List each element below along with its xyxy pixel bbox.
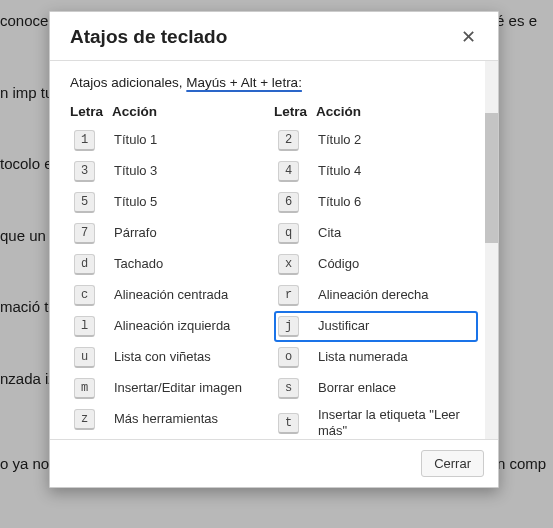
keyboard-key: 7 bbox=[74, 223, 95, 244]
key-cell: m bbox=[74, 378, 114, 399]
shortcut-row: xCódigo bbox=[274, 249, 478, 280]
shortcut-row: cAlineación centrada bbox=[70, 280, 274, 311]
keyboard-key: c bbox=[74, 285, 95, 306]
keyboard-key: r bbox=[278, 285, 299, 306]
key-cell: l bbox=[74, 316, 114, 337]
shortcut-action: Más herramientas bbox=[114, 411, 270, 427]
shortcut-action: Lista numerada bbox=[318, 349, 474, 365]
key-cell: c bbox=[74, 285, 114, 306]
keyboard-key: 2 bbox=[278, 130, 299, 151]
keyboard-key: z bbox=[74, 409, 95, 430]
shortcut-row: 2Título 2 bbox=[274, 125, 478, 156]
shortcut-row: qCita bbox=[274, 218, 478, 249]
key-cell: t bbox=[278, 413, 318, 434]
key-cell: 6 bbox=[278, 192, 318, 213]
key-cell: d bbox=[74, 254, 114, 275]
key-cell: 4 bbox=[278, 161, 318, 182]
key-cell: 1 bbox=[74, 130, 114, 151]
keyboard-key: l bbox=[74, 316, 95, 337]
shortcut-row: zMás herramientas bbox=[70, 404, 274, 435]
header-letter: Letra bbox=[274, 104, 316, 119]
shortcut-action: Título 4 bbox=[318, 163, 474, 179]
shortcut-action: Justificar bbox=[318, 318, 474, 334]
keyboard-key: q bbox=[278, 223, 299, 244]
shortcut-action: Título 3 bbox=[114, 163, 270, 179]
shortcut-row: 6Título 6 bbox=[274, 187, 478, 218]
key-cell: 3 bbox=[74, 161, 114, 182]
shortcut-action: Título 5 bbox=[114, 194, 270, 210]
header-letter: Letra bbox=[70, 104, 112, 119]
key-cell: r bbox=[278, 285, 318, 306]
shortcut-action: Alineación derecha bbox=[318, 287, 474, 303]
shortcut-action: Cita bbox=[318, 225, 474, 241]
shortcut-action: Párrafo bbox=[114, 225, 270, 241]
shortcut-row: sBorrar enlace bbox=[274, 373, 478, 404]
modal-title: Atajos de teclado bbox=[70, 26, 227, 48]
modal-footer: Cerrar bbox=[50, 440, 498, 487]
key-cell: z bbox=[74, 409, 114, 430]
shortcut-row: dTachado bbox=[70, 249, 274, 280]
modal-body: Atajos adicionales, Mayús + Alt + letra:… bbox=[50, 60, 498, 440]
keyboard-key: o bbox=[278, 347, 299, 368]
keyboard-key: 4 bbox=[278, 161, 299, 182]
intro-highlight: Mayús + Alt + letra: bbox=[186, 75, 302, 90]
header-action: Acción bbox=[112, 104, 274, 119]
shortcut-row: rAlineación derecha bbox=[274, 280, 478, 311]
right-column: Letra Acción 2Título 24Título 46Título 6… bbox=[274, 104, 478, 440]
keyboard-key: 1 bbox=[74, 130, 95, 151]
keyboard-key: 6 bbox=[278, 192, 299, 213]
shortcut-row: 1Título 1 bbox=[70, 125, 274, 156]
shortcut-action: Tachado bbox=[114, 256, 270, 272]
shortcut-row: oLista numerada bbox=[274, 342, 478, 373]
keyboard-key: m bbox=[74, 378, 95, 399]
shortcut-row: mInsertar/Editar imagen bbox=[70, 373, 274, 404]
shortcut-action: Lista con viñetas bbox=[114, 349, 270, 365]
scrollbar-track[interactable] bbox=[485, 61, 498, 439]
keyboard-key: 3 bbox=[74, 161, 95, 182]
key-cell: j bbox=[278, 316, 318, 337]
shortcut-row: jJustificar bbox=[274, 311, 478, 342]
header-action: Acción bbox=[316, 104, 478, 119]
intro-prefix: Atajos adicionales, bbox=[70, 75, 186, 90]
key-cell: 7 bbox=[74, 223, 114, 244]
shortcut-row: uLista con viñetas bbox=[70, 342, 274, 373]
shortcut-action: Insertar la etiqueta "Leer más" bbox=[318, 407, 474, 440]
key-cell: 2 bbox=[278, 130, 318, 151]
key-cell: 5 bbox=[74, 192, 114, 213]
shortcut-row: lAlineación izquierda bbox=[70, 311, 274, 342]
shortcut-row: tInsertar la etiqueta "Leer más" bbox=[274, 404, 478, 440]
column-header: Letra Acción bbox=[274, 104, 478, 119]
key-cell: o bbox=[278, 347, 318, 368]
keyboard-key: u bbox=[74, 347, 95, 368]
shortcut-columns: Letra Acción 1Título 13Título 35Título 5… bbox=[70, 104, 478, 440]
key-cell: q bbox=[278, 223, 318, 244]
keyboard-key: d bbox=[74, 254, 95, 275]
key-cell: s bbox=[278, 378, 318, 399]
close-button[interactable]: Cerrar bbox=[421, 450, 484, 477]
intro-text: Atajos adicionales, Mayús + Alt + letra: bbox=[70, 75, 478, 90]
shortcut-action: Título 2 bbox=[318, 132, 474, 148]
shortcut-action: Insertar/Editar imagen bbox=[114, 380, 270, 396]
shortcut-action: Código bbox=[318, 256, 474, 272]
shortcut-action: Título 6 bbox=[318, 194, 474, 210]
keyboard-key: s bbox=[278, 378, 299, 399]
keyboard-shortcuts-modal: Atajos de teclado ✕ Atajos adicionales, … bbox=[49, 11, 499, 488]
shortcut-action: Alineación izquierda bbox=[114, 318, 270, 334]
keyboard-key: 5 bbox=[74, 192, 95, 213]
keyboard-key: j bbox=[278, 316, 299, 337]
shortcut-row: 4Título 4 bbox=[274, 156, 478, 187]
shortcut-action: Borrar enlace bbox=[318, 380, 474, 396]
shortcut-row: 5Título 5 bbox=[70, 187, 274, 218]
keyboard-key: t bbox=[278, 413, 299, 434]
key-cell: u bbox=[74, 347, 114, 368]
shortcut-action: Título 1 bbox=[114, 132, 270, 148]
shortcut-row: 7Párrafo bbox=[70, 218, 274, 249]
shortcut-row: 3Título 3 bbox=[70, 156, 274, 187]
left-column: Letra Acción 1Título 13Título 35Título 5… bbox=[70, 104, 274, 440]
close-icon[interactable]: ✕ bbox=[457, 26, 480, 48]
scrollbar-thumb[interactable] bbox=[485, 113, 498, 243]
shortcut-action: Alineación centrada bbox=[114, 287, 270, 303]
modal-header: Atajos de teclado ✕ bbox=[50, 12, 498, 60]
column-header: Letra Acción bbox=[70, 104, 274, 119]
key-cell: x bbox=[278, 254, 318, 275]
